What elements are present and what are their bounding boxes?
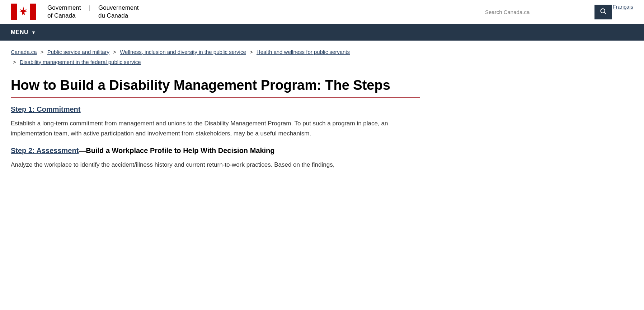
breadcrumb-public-service[interactable]: Public service and military xyxy=(47,49,109,55)
svg-rect-2 xyxy=(30,4,36,20)
step2-heading: Step 2: Assessment—Build a Workplace Pro… xyxy=(11,147,420,155)
breadcrumb-wellness[interactable]: Wellness, inclusion and diversity in the… xyxy=(120,49,246,55)
breadcrumb-home[interactable]: Canada.ca xyxy=(11,49,37,55)
page-title: How to Build a Disability Management Pro… xyxy=(11,77,420,94)
govt-en-line1: Government xyxy=(47,4,81,12)
lang-toggle-link[interactable]: Français xyxy=(612,4,633,10)
svg-line-5 xyxy=(605,12,606,14)
step2-heading-rest: —Build a Workplace Profile to Help With … xyxy=(79,147,274,154)
svg-rect-0 xyxy=(11,4,17,20)
step2-body-text: Analyze the workplace to identify the ac… xyxy=(11,160,420,170)
nav-bar: MENU ▼ xyxy=(0,24,644,41)
title-divider xyxy=(11,97,420,98)
search-button[interactable] xyxy=(594,5,612,19)
govt-fr-line1: Gouvernement xyxy=(98,4,138,12)
govt-fr-line2: du Canada xyxy=(98,12,138,20)
search-icon xyxy=(600,8,607,17)
menu-button[interactable]: MENU ▼ xyxy=(11,24,36,41)
step2-heading-link[interactable]: Step 2: Assessment xyxy=(11,147,79,154)
breadcrumb-disability-mgmt[interactable]: Disability management in the federal pub… xyxy=(20,59,141,65)
svg-point-4 xyxy=(601,9,605,13)
menu-label: MENU xyxy=(11,29,28,36)
step1-heading-link[interactable]: Step 1: Commitment xyxy=(11,105,80,113)
chevron-down-icon: ▼ xyxy=(31,30,36,35)
breadcrumb: Canada.ca > Public service and military … xyxy=(0,41,644,70)
breadcrumb-health-wellness[interactable]: Health and wellness for public servants xyxy=(257,49,350,55)
govt-en-line2: of Canada xyxy=(47,12,81,20)
search-input[interactable] xyxy=(480,6,594,18)
main-content: How to Build a Disability Management Pro… xyxy=(0,70,431,192)
step1-body-text: Establish a long-term commitment from ma… xyxy=(11,119,420,139)
